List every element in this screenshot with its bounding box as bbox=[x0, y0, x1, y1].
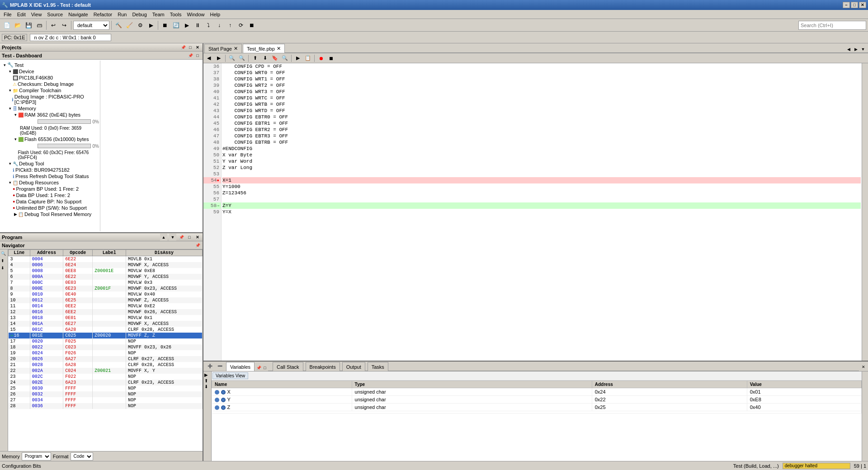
run-button[interactable]: ▶ bbox=[146, 20, 156, 30]
code-run-to-btn[interactable]: ▶ bbox=[293, 54, 302, 62]
tree-flash[interactable]: ▾ 🟩 Flash 65536 (0x10000) bytes bbox=[2, 136, 99, 142]
table-row[interactable]: 9 0010 0E40 MOVLW 0x40 bbox=[9, 291, 203, 297]
prog-nav-icon-3[interactable]: ⬇ bbox=[1, 266, 7, 272]
menu-edit[interactable]: Edit bbox=[14, 11, 28, 18]
table-row[interactable]: 14 001A 6E27 MOVWF X, ACCESS bbox=[9, 321, 203, 327]
tree-memory[interactable]: ▾ 🗄 Memory bbox=[2, 105, 99, 112]
code-back-btn[interactable]: ◀ bbox=[204, 54, 213, 62]
code-lines-container[interactable]: CONFIG CPD = OFF CONFIG WRT0 = OFF CONFI… bbox=[222, 63, 862, 361]
table-row[interactable]: 6 000A 6E22 MOVWF Y, ACCESS bbox=[9, 274, 203, 280]
table-row[interactable]: 11 0014 0EE2 MOVLW 0xE2 bbox=[9, 303, 203, 309]
tree-debug-resources[interactable]: ▾ 📋 Debug Resources bbox=[2, 179, 99, 186]
debug-stop-button[interactable]: ⏹ bbox=[247, 20, 257, 30]
table-row[interactable]: 15 001C 6A28 CLRF 0x28, ACCESS bbox=[9, 327, 203, 333]
minimize-button[interactable]: − bbox=[843, 2, 850, 8]
code-next-btn[interactable]: ⬇ bbox=[260, 54, 269, 62]
build-project-button[interactable]: ⚙ bbox=[135, 20, 145, 30]
dashboard-maximize-icon[interactable]: □ bbox=[194, 52, 201, 59]
tab-output[interactable]: Output bbox=[342, 362, 365, 371]
nav-pin-icon[interactable]: 📌 bbox=[194, 242, 201, 249]
vars-scrollbar[interactable] bbox=[862, 371, 868, 461]
table-row[interactable]: 26 0032 FFFF NOP bbox=[9, 391, 203, 397]
debug-continue-button[interactable]: 🔄 bbox=[171, 20, 181, 30]
code-record-btn[interactable]: ⏺ bbox=[316, 54, 326, 62]
tree-refresh[interactable]: ℹ Press Refresh Debug Tool Status bbox=[2, 173, 99, 179]
projects-pin-icon[interactable]: 📌 bbox=[180, 44, 186, 51]
menu-tools[interactable]: Tools bbox=[167, 11, 184, 18]
var-icon-3[interactable]: ⬇ bbox=[204, 384, 211, 389]
program-up-button[interactable]: ▲ bbox=[160, 234, 167, 241]
code-zoom-out-btn[interactable]: 🔍 bbox=[237, 54, 246, 62]
tree-ram[interactable]: ▾ 🟥 RAM 3662 (0xE4E) bytes bbox=[2, 112, 99, 118]
var-add-btn[interactable]: ➕ bbox=[205, 362, 214, 370]
tab-callstack[interactable]: Call Stack bbox=[273, 362, 303, 371]
clean-build-button[interactable]: 🧹 bbox=[124, 20, 134, 30]
close-button[interactable]: ✕ bbox=[859, 2, 866, 8]
code-dropdown-icon[interactable]: ▼ bbox=[860, 46, 866, 52]
tree-compiler[interactable]: ▾ 📁 Compiler Toolchain bbox=[2, 87, 99, 94]
debug-reset-button[interactable]: ⟳ bbox=[236, 20, 246, 30]
config-dropdown[interactable]: default bbox=[73, 21, 109, 30]
undo-button[interactable]: ↩ bbox=[48, 20, 58, 30]
code-prev-btn[interactable]: ⬆ bbox=[250, 54, 259, 62]
program-pin-icon[interactable]: 📌 bbox=[178, 234, 184, 240]
tab-test-file[interactable]: Test_file.pbp ✕ bbox=[243, 44, 285, 53]
program-down-button[interactable]: ▼ bbox=[169, 234, 176, 241]
menu-source[interactable]: Source bbox=[44, 11, 66, 18]
menu-help[interactable]: Help bbox=[208, 11, 223, 18]
var-remove-btn[interactable]: ➖ bbox=[215, 362, 224, 370]
code-forward-btn[interactable]: ▶ bbox=[214, 54, 223, 62]
tree-data-bp[interactable]: ● Data BP Used: 1 Free: 2 bbox=[2, 192, 99, 198]
debug-pause-button[interactable]: ⏸ bbox=[193, 20, 203, 30]
table-row[interactable]: 20 0026 6A27 CLRF 0x27, ACCESS bbox=[9, 356, 203, 362]
menu-view[interactable]: View bbox=[28, 11, 45, 18]
table-row[interactable]: →16 001E C025 Z00020 MOVFF Z, Z bbox=[9, 333, 203, 338]
debug-step-out-button[interactable]: ↑ bbox=[225, 20, 235, 30]
table-row[interactable]: 18 0022 C023 MOVFF 0x23, 0x26 bbox=[9, 344, 203, 350]
dashboard-pin-icon[interactable]: 📌 bbox=[187, 52, 193, 59]
tab-start-page-close[interactable]: ✕ bbox=[234, 46, 238, 52]
table-row[interactable]: 25 0030 FFFF NOP bbox=[9, 385, 203, 391]
table-row[interactable]: 8 000E 6E23 Z0001F MOVWF 0x23, ACCESS bbox=[9, 286, 203, 291]
watch-input-row[interactable] bbox=[212, 411, 862, 414]
tree-datacapture-bp[interactable]: ● Data Capture BP: No Support bbox=[2, 198, 99, 205]
new-button[interactable]: 📄 bbox=[2, 20, 12, 30]
tree-root[interactable]: ▾ 🔧 Test bbox=[2, 61, 99, 68]
table-row[interactable]: 13 0018 0E01 MOVLW 0x1 bbox=[9, 315, 203, 321]
program-close-icon[interactable]: ✕ bbox=[194, 234, 201, 240]
prog-nav-icon-2[interactable]: ⬆ bbox=[1, 258, 7, 265]
memory-select[interactable]: Program Data bbox=[22, 452, 51, 461]
tab-variables[interactable]: Variables bbox=[226, 362, 255, 371]
projects-close-icon[interactable]: ✕ bbox=[194, 44, 201, 51]
table-row[interactable]: X unsigned char 0x24 0x01 bbox=[212, 388, 862, 396]
tree-debug-tool[interactable]: ▾ 🔧 Debug Tool bbox=[2, 160, 99, 167]
menu-window[interactable]: Window bbox=[184, 11, 207, 18]
tree-checksum[interactable]: ⚠ Checksum: Debug Image bbox=[2, 81, 99, 87]
var-pin-icon[interactable]: 📌 bbox=[255, 365, 262, 371]
table-row[interactable]: 7 000C 0E03 MOVLW 0x3 bbox=[9, 280, 203, 286]
menu-file[interactable]: File bbox=[1, 11, 14, 18]
tree-debugimage[interactable]: ℹ Debug Image : PICBASIC-PRO [C:\PBP3] bbox=[2, 94, 99, 105]
table-row[interactable]: 10 0012 6E25 MOVWF Z, ACCESS bbox=[9, 297, 203, 303]
table-row[interactable]: 21 0028 6A28 CLRF 0x28, ACCESS bbox=[9, 362, 203, 368]
var-maximize-icon[interactable]: □ bbox=[262, 365, 268, 371]
open-button[interactable]: 📂 bbox=[13, 20, 23, 30]
program-maximize-icon[interactable]: □ bbox=[186, 234, 193, 240]
save-button[interactable]: 💾 bbox=[24, 20, 33, 30]
tab-test-file-close[interactable]: ✕ bbox=[277, 46, 281, 52]
code-bookmark-btn[interactable]: 🔖 bbox=[270, 54, 279, 62]
format-select[interactable]: Code Hex bbox=[71, 452, 93, 461]
code-right-arrow[interactable]: ▶ bbox=[853, 46, 859, 52]
tab-tasks[interactable]: Tasks bbox=[368, 362, 388, 371]
tree-pickit3[interactable]: ℹ PICkit3: BUR094275182 bbox=[2, 167, 99, 173]
tree-device-pic[interactable]: 🔲 PIC18LF46K80 bbox=[2, 75, 99, 81]
menu-refactor[interactable]: Refactor bbox=[91, 11, 115, 18]
code-zoom-in-btn[interactable]: 🔍 bbox=[227, 54, 236, 62]
var-icon-2[interactable]: ⬆ bbox=[204, 378, 211, 383]
tree-program-bp[interactable]: ● Program BP Used: 1 Free: 2 bbox=[2, 186, 99, 192]
code-scrollbar[interactable] bbox=[862, 63, 868, 361]
variables-view-button[interactable]: Variables View bbox=[212, 372, 248, 379]
prog-nav-icon-1[interactable]: 🔍 bbox=[1, 251, 7, 258]
tree-unlimited-bp[interactable]: ● Unlimited BP (S/W): No Support bbox=[2, 205, 99, 211]
save-all-button[interactable]: 🗃 bbox=[34, 20, 44, 30]
